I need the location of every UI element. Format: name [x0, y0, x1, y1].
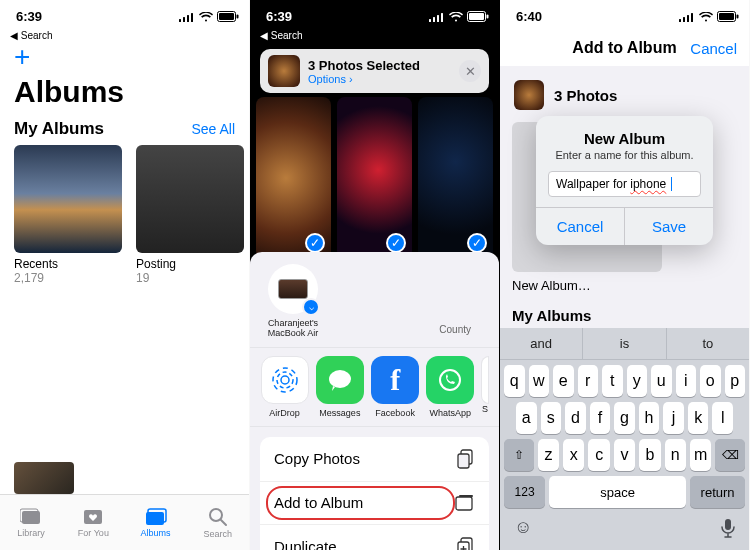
see-all-link[interactable]: See All: [191, 121, 235, 137]
tab-albums[interactable]: Albums: [125, 495, 187, 550]
mode-key[interactable]: 123: [504, 476, 545, 508]
key-r[interactable]: r: [578, 365, 599, 397]
key-z[interactable]: z: [538, 439, 559, 471]
photo-thumbnail[interactable]: ✓: [256, 97, 331, 259]
key-a[interactable]: a: [516, 402, 537, 434]
key-b[interactable]: b: [639, 439, 660, 471]
back-link[interactable]: ◀ Search: [0, 30, 249, 43]
key-c[interactable]: c: [588, 439, 609, 471]
key-e[interactable]: e: [553, 365, 574, 397]
dialog-cancel-button[interactable]: Cancel: [536, 208, 624, 245]
key-n[interactable]: n: [665, 439, 686, 471]
album-name: Recents: [14, 257, 122, 271]
close-icon[interactable]: ✕: [459, 60, 481, 82]
key-i[interactable]: i: [676, 365, 697, 397]
svg-rect-34: [679, 19, 681, 22]
key-w[interactable]: w: [529, 365, 550, 397]
key-p[interactable]: p: [725, 365, 746, 397]
new-album-dialog: New Album Enter a name for this album. W…: [536, 116, 713, 245]
airdrop-device[interactable]: ⌵ Charanjeet's MacBook Air: [264, 264, 322, 339]
key-o[interactable]: o: [700, 365, 721, 397]
svg-rect-37: [691, 13, 693, 22]
share-app-whatsapp[interactable]: WhatsApp: [426, 356, 475, 418]
key-y[interactable]: y: [627, 365, 648, 397]
suggestion[interactable]: is: [583, 328, 666, 359]
backspace-key[interactable]: ⌫: [715, 439, 745, 471]
svg-point-21: [281, 376, 289, 384]
screen-albums: 6:39 ◀ Search + Albums My Albums See All…: [0, 0, 250, 550]
key-q[interactable]: q: [504, 365, 525, 397]
status-bar: 6:39: [0, 0, 249, 30]
albums-icon: [145, 508, 167, 526]
share-app-messages[interactable]: Messages: [315, 356, 364, 418]
key-row-2: asdfghjkl: [500, 397, 749, 434]
key-u[interactable]: u: [651, 365, 672, 397]
tab-search[interactable]: Search: [187, 495, 249, 550]
tab-library[interactable]: Library: [0, 495, 62, 550]
album-item[interactable]: Recents 2,179: [14, 145, 122, 285]
space-key[interactable]: space: [549, 476, 686, 508]
banner-options-link[interactable]: Options ›: [308, 73, 420, 85]
album-item[interactable]: Posting 19: [136, 145, 244, 285]
cancel-button[interactable]: Cancel: [690, 40, 737, 57]
airdrop-icon: [261, 356, 309, 404]
key-m[interactable]: m: [690, 439, 711, 471]
svg-rect-39: [719, 13, 734, 20]
status-icons: [679, 11, 739, 22]
svg-point-12: [210, 509, 222, 521]
key-x[interactable]: x: [563, 439, 584, 471]
share-actions-list: Copy Photos Add to Album Duplicate Hide: [260, 437, 489, 550]
duplicate-icon: [457, 537, 475, 550]
key-f[interactable]: f: [590, 402, 611, 434]
photo-thumbnail[interactable]: ✓: [418, 97, 493, 259]
key-v[interactable]: v: [614, 439, 635, 471]
share-app-facebook[interactable]: f Facebook: [371, 356, 420, 418]
suggestion[interactable]: to: [667, 328, 749, 359]
dialog-title: New Album: [548, 130, 701, 147]
key-t[interactable]: t: [602, 365, 623, 397]
svg-rect-27: [458, 454, 469, 468]
dialog-subtitle: Enter a name for this album.: [548, 149, 701, 161]
app-icon-partial: [481, 356, 489, 404]
key-d[interactable]: d: [565, 402, 586, 434]
add-button[interactable]: +: [0, 43, 249, 71]
action-duplicate[interactable]: Duplicate: [260, 525, 489, 550]
dialog-save-button[interactable]: Save: [624, 208, 713, 245]
dictation-key[interactable]: [721, 518, 735, 538]
album-name-input[interactable]: Wallpaper for iphone: [548, 171, 701, 197]
key-g[interactable]: g: [614, 402, 635, 434]
share-app-more[interactable]: S: [481, 356, 489, 418]
screen-share-sheet: 6:39 ◀ Search 3 Photos Selected Options …: [250, 0, 500, 550]
return-key[interactable]: return: [690, 476, 745, 508]
suggestion[interactable]: and: [500, 328, 583, 359]
key-row-3: ⇧ zxcvbnm ⌫: [500, 434, 749, 471]
action-add-to-album[interactable]: Add to Album: [260, 482, 489, 525]
svg-rect-16: [437, 15, 439, 22]
keyboard-footer: ☺: [500, 513, 749, 544]
svg-rect-29: [459, 495, 473, 497]
selected-photos-row: ✓ ✓ ✓: [250, 93, 499, 263]
key-s[interactable]: s: [541, 402, 562, 434]
key-h[interactable]: h: [639, 402, 660, 434]
status-bar: 6:39: [250, 0, 499, 30]
key-j[interactable]: j: [663, 402, 684, 434]
svg-rect-6: [237, 15, 239, 19]
recent-strip-thumb: [14, 462, 74, 494]
nav-title: Add to Album: [572, 39, 676, 57]
device-name: Charanjeet's MacBook Air: [264, 318, 322, 339]
key-k[interactable]: k: [688, 402, 709, 434]
wifi-icon: [699, 12, 713, 22]
tab-for-you[interactable]: For You: [62, 495, 124, 550]
battery-icon: [467, 11, 489, 22]
album-icon: [455, 494, 475, 512]
shift-key[interactable]: ⇧: [504, 439, 534, 471]
emoji-key[interactable]: ☺: [514, 517, 532, 538]
photo-thumbnail[interactable]: ✓: [337, 97, 412, 259]
share-banner: 3 Photos Selected Options › ✕: [260, 49, 489, 93]
airdrop-devices-row: ⌵ Charanjeet's MacBook Air County: [250, 264, 499, 347]
key-l[interactable]: l: [712, 402, 733, 434]
share-app-airdrop[interactable]: AirDrop: [260, 356, 309, 418]
action-copy-photos[interactable]: Copy Photos: [260, 437, 489, 482]
back-link[interactable]: ◀ Search: [250, 30, 499, 43]
text-cursor: [667, 177, 671, 191]
